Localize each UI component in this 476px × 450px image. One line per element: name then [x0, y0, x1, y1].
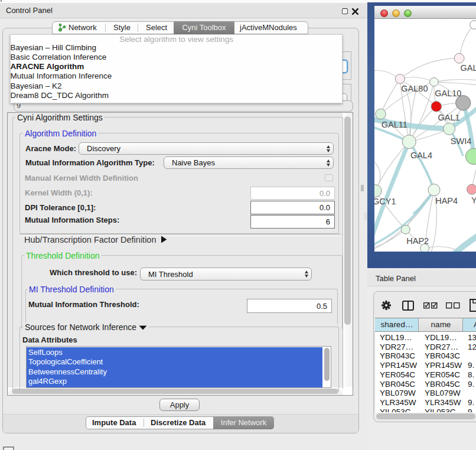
svg-text:GAL7: GAL7	[461, 63, 476, 73]
svg-text:GAL1: GAL1	[438, 113, 460, 122]
svg-text:GAL4: GAL4	[410, 151, 432, 160]
svg-text:HAP4: HAP4	[435, 196, 458, 206]
svg-text:Y: Y	[471, 195, 476, 205]
svg-text:GAL10: GAL10	[435, 89, 461, 98]
svg-text:SWI4: SWI4	[451, 136, 471, 146]
svg-text:HAP2: HAP2	[406, 236, 429, 246]
svg-text:GAL11: GAL11	[382, 120, 407, 129]
svg-text:GAL80: GAL80	[401, 84, 428, 93]
svg-text:GCY1: GCY1	[374, 197, 396, 206]
